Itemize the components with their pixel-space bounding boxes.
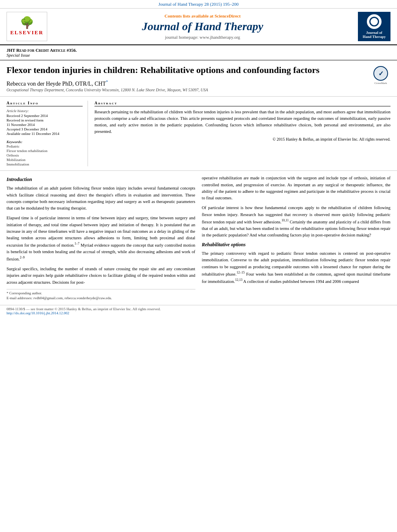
footnote-section: * Corresponding author. E-mail addresses… — [7, 289, 195, 300]
received-revised-label: Received in revised form — [7, 118, 83, 122]
article-main-title: Flexor tendon injuries in children: Reha… — [7, 64, 367, 76]
revised-date: 11 November 2014 — [7, 123, 83, 127]
jht-icon-inner — [369, 17, 379, 26]
article-info-section-title: Article Info — [7, 101, 83, 106]
footnote-email: E-mail addresses: rvdh04@gmail.com, rebe… — [7, 296, 195, 300]
footer-issn: 0894-1130/$ — see front matter © 2015 Ha… — [7, 307, 390, 311]
journal-title: Journal of Hand Therapy — [142, 20, 263, 33]
keywords-section: Keywords: Pediatric Flexor tendon rehabi… — [7, 140, 83, 166]
keyword-immobilization: Immobilization — [7, 162, 83, 166]
received-date: Received 2 September 2014 — [7, 114, 83, 118]
article-title-section: Flexor tendon injuries in children: Reha… — [0, 60, 397, 97]
crossmark-badge: ✓ CrossMark — [371, 66, 390, 85]
author-sup: * — [106, 79, 108, 84]
ref-2-9: 2–9 — [20, 256, 24, 259]
body-right-para3: The primary controversy with regard to p… — [202, 250, 391, 285]
ref-12-15: 12–15 — [237, 271, 245, 274]
body-right-para1: operative rehabilitation are made in con… — [202, 175, 391, 201]
ref-1-7: 1–7 — [75, 242, 79, 245]
two-column-info: Article Info Article history: Received 2… — [0, 97, 397, 171]
article-authors: Rebecca von der Heyde PhD, OTR/L, CHT* — [7, 79, 367, 87]
footer-doi[interactable]: http://dx.doi.org/10.1016/j.jht.2014.12.… — [7, 311, 390, 315]
journal-citation: Journal of Hand Therapy 28 (2015) 195–20… — [158, 2, 239, 7]
article-history-label: Article history: — [7, 109, 83, 113]
body-section: Introduction The rehabilitation of an ad… — [0, 171, 397, 305]
sciencedirect-link: Contents lists available at ScienceDirec… — [165, 13, 241, 18]
jht-logo-icon — [367, 14, 382, 29]
article-title-text: Flexor tendon injuries in children: Reha… — [7, 64, 367, 92]
elsevier-logo: 🌳 ELSEVIER — [7, 12, 47, 41]
crossmark-label: CrossMark — [374, 82, 387, 85]
keyword-orthosis: Orthosis — [7, 153, 83, 157]
footnote-corresponding: * Corresponding author. — [7, 291, 195, 295]
body-left-col: Introduction The rehabilitation of an ad… — [7, 175, 195, 301]
special-issue-label: Special Issue — [7, 53, 390, 57]
elsevier-tree-icon: 🌳 — [20, 17, 34, 29]
intro-heading: Introduction — [7, 177, 195, 183]
abstract-section-title: Abstract — [94, 101, 390, 106]
journal-citation-bar: Journal of Hand Therapy 28 (2015) 195–20… — [0, 0, 397, 9]
journal-header-middle: Contents lists available at ScienceDirec… — [54, 12, 351, 41]
rehab-heading: Rehabilitative options — [202, 242, 391, 248]
keyword-flexor-tendon: Flexor tendon rehabilitation — [7, 149, 83, 153]
body-left-para1: The rehabilitation of an adult patient f… — [7, 185, 195, 212]
abstract-copyright: © 2015 Hanley & Belfus, an imprint of El… — [94, 137, 390, 141]
journal-header: 🌳 ELSEVIER Contents lists available at S… — [0, 9, 397, 45]
keyword-mobilization: Mobilization — [7, 158, 83, 162]
crossmark-icon: ✓ — [373, 66, 388, 81]
article-meta-bar: JHT Read for Credit Article #356. Specia… — [0, 45, 397, 60]
homepage-link: journal homepage: www.jhandtherapy.org — [165, 35, 240, 40]
read-credit-label: JHT Read for Credit Article #356. — [7, 48, 390, 53]
abstract-text: Research pertaining to the rehabilitatio… — [94, 109, 390, 135]
journal-logo-box: Journal ofHand Therapy — [358, 12, 390, 41]
article-info-col: Article Info Article history: Received 2… — [7, 101, 88, 166]
article-affiliation: Occupational Therapy Department, Concord… — [7, 88, 367, 92]
footer-bar: 0894-1130/$ — see front matter © 2015 Ha… — [0, 305, 397, 317]
ref-12-13: 12,13 — [235, 278, 242, 282]
accepted-date: Accepted 3 December 2014 — [7, 127, 83, 131]
body-left-para4: Surgical specifics, including the number… — [7, 266, 195, 286]
body-left-para2: Elapsed time is of particular interest i… — [7, 215, 195, 263]
body-right-col: operative rehabilitation are made in con… — [202, 175, 391, 301]
keywords-label: Keywords: — [7, 140, 83, 144]
abstract-col: Abstract Research pertaining to the reha… — [94, 101, 390, 166]
ref-10-11: 10,11 — [281, 219, 289, 222]
body-right-para2: Of particular interest is how these fund… — [202, 205, 391, 238]
elsevier-brand: ELSEVIER — [10, 29, 44, 36]
journal-logo-label: Journal ofHand Therapy — [363, 31, 386, 39]
available-online-date: Available online 11 December 2014 — [7, 132, 83, 136]
keyword-pediatric: Pediatric — [7, 144, 83, 148]
